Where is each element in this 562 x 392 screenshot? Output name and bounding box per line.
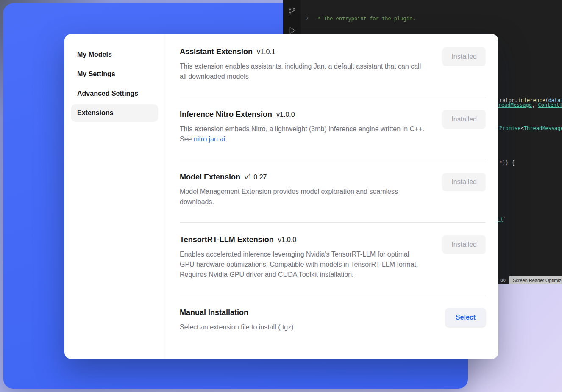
extension-description: Enables accelerated inference leveraging… [180,249,425,280]
extension-description: This extension enables assistants, inclu… [180,61,425,82]
extension-section-tensorrt: TensortRT-LLM Extension v1.0.0 Enables a… [180,223,486,295]
description-text: . [225,135,227,143]
extension-info: Model Extension v1.0.27 Model Management… [180,173,442,207]
line-number: 2 [301,15,314,22]
settings-modal: My Models My Settings Advanced Settings … [64,34,498,359]
code-fragment: Promise<ThreadMessage> [499,125,562,131]
extension-info: Assistant Extension v1.0.1 This extensio… [180,47,442,82]
extension-version: v1.0.27 [245,174,267,181]
installed-button[interactable]: Installed [442,235,486,254]
extension-title: TensortRT-LLM Extension [180,235,274,244]
nitro-jan-ai-link[interactable]: nitro.jan.ai [194,135,225,143]
extension-version: v1.0.1 [257,48,275,56]
extension-version: v1.0.0 [278,236,297,244]
extension-version: v1.0.0 [276,111,295,119]
extension-description: Model Management Extension provides mode… [180,187,425,207]
extension-info: Inference Nitro Extension v1.0.0 This ex… [180,110,442,144]
manual-installation-info: Manual Installation Select an extension … [180,308,445,332]
extension-title: Inference Nitro Extension [180,110,272,119]
extension-title: Assistant Extension [180,47,253,56]
extension-section-assistant: Assistant Extension v1.0.1 This extensio… [180,47,486,97]
extension-section-model: Model Extension v1.0.27 Model Management… [180,160,486,223]
code-fragment: rator.inference(data)); [499,97,562,103]
select-file-button[interactable]: Select [445,308,486,327]
desktop-background: 2 * The entrypoint for the plugin. 3 */ … [0,0,562,392]
sidebar-item-extensions[interactable]: Extensions [71,104,158,122]
sidebar-item-my-models[interactable]: My Models [71,46,158,63]
extensions-panel: Assistant Extension v1.0.1 This extensio… [165,34,498,359]
code-line: 2 * The entrypoint for the plugin. [301,15,562,22]
source-control-icon[interactable] [287,6,297,16]
manual-installation-description: Select an extension file to install (.tg… [180,322,425,332]
sidebar-item-advanced-settings[interactable]: Advanced Settings [71,85,158,102]
installed-button[interactable]: Installed [442,173,486,191]
settings-sidebar: My Models My Settings Advanced Settings … [64,34,165,359]
screen-reader-chip: Screen Reader Optimize [509,276,562,284]
manual-installation-section: Manual Installation Select an extension … [180,295,486,332]
code-fragment: ")) { [499,160,515,166]
extension-title: Model Extension [180,173,240,182]
manual-installation-title: Manual Installation [180,308,248,317]
code-text: * The entrypoint for the plugin. [314,15,415,22]
extension-section-nitro: Inference Nitro Extension v1.0.0 This ex… [180,97,486,160]
sidebar-item-my-settings[interactable]: My Settings [71,65,158,83]
extension-description: This extension embeds Nitro, a lightweig… [180,124,425,144]
extension-info: TensortRT-LLM Extension v1.0.0 Enables a… [180,235,442,280]
installed-button[interactable]: Installed [442,47,486,66]
installed-button[interactable]: Installed [442,110,486,129]
statusbar-text: go [500,277,506,283]
